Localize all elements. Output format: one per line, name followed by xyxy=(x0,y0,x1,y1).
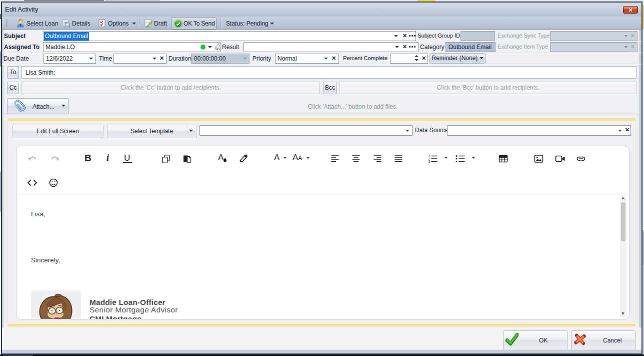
svg-text:3: 3 xyxy=(428,160,430,163)
